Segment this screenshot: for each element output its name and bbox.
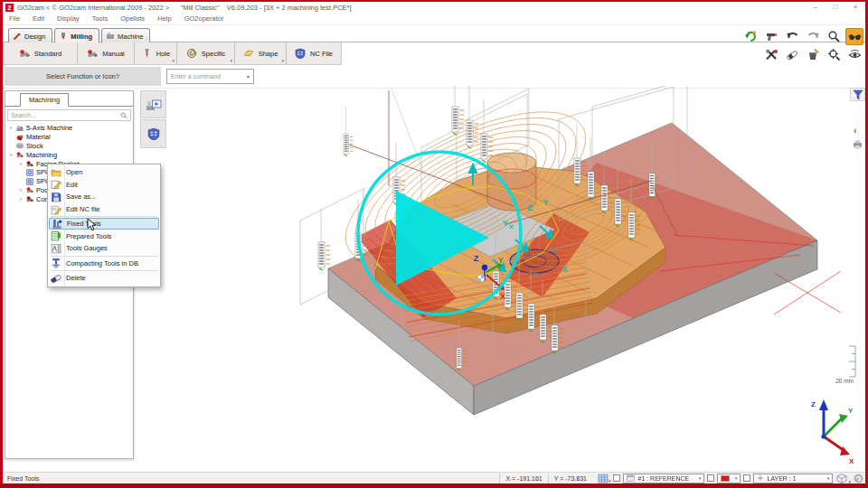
bucket-pencil-icon — [807, 48, 820, 61]
menu-item-fixed-tools[interactable]: Fixed Tools — [49, 218, 159, 230]
eye-icon — [848, 48, 862, 61]
zoom-crosshair-icon — [827, 48, 841, 61]
tree-item-stock[interactable]: Stock — [8, 142, 132, 151]
menu-item-tools-gauges[interactable]: Tools Gauges — [49, 242, 159, 255]
menu-label: Delete — [66, 274, 86, 282]
menu-help[interactable]: Help — [151, 14, 177, 23]
view-cube-button[interactable]: ▾ — [835, 473, 851, 484]
collapse-panel-chevron[interactable]: ‹ — [854, 126, 857, 136]
hole-icon — [141, 48, 152, 59]
panel-tab-label: Machining — [29, 96, 60, 104]
shape-button[interactable]: Shape ▾ — [235, 42, 287, 64]
filter-button[interactable] — [850, 88, 865, 101]
expand-icon[interactable]: › — [8, 125, 14, 131]
tree-item-machining[interactable]: ›Machining — [8, 150, 132, 159]
svg-text:Y: Y — [498, 256, 504, 265]
tab-milling[interactable]: Milling — [54, 28, 99, 42]
menu-tools[interactable]: Tools — [86, 14, 115, 23]
expand-icon[interactable]: › — [18, 161, 24, 167]
ncfile-button[interactable]: NC File — [287, 42, 341, 64]
simulation-restart-button[interactable] — [741, 28, 760, 45]
menu-item-edit[interactable]: Edit — [49, 179, 159, 192]
svg-text:X: X — [849, 457, 854, 465]
expand-icon[interactable]: › — [18, 187, 24, 193]
menu-item-delete[interactable]: Delete — [49, 272, 159, 285]
print-tool-button[interactable] — [853, 136, 863, 153]
maximize-button[interactable]: □ — [826, 3, 845, 12]
tree-item-material[interactable]: Material — [8, 133, 132, 142]
search-input[interactable]: Search... — [7, 109, 131, 121]
eraser-button[interactable] — [783, 46, 801, 63]
grid-toggle-button[interactable]: ▾ — [598, 474, 611, 483]
glasses-icon — [848, 30, 862, 43]
svg-text:Y: Y — [848, 407, 854, 415]
compact-db-icon — [51, 258, 61, 268]
menu-item-save-as[interactable]: Save as... — [49, 191, 159, 203]
delete-eraser-icon — [51, 273, 61, 284]
menu-display[interactable]: Display — [51, 14, 86, 23]
reference-icon — [627, 474, 635, 483]
command-input[interactable]: Enter a command ▾ — [166, 69, 254, 84]
specific-button[interactable]: Specific ▾ — [177, 42, 235, 64]
redo-icon — [807, 30, 820, 43]
svg-text:20 mm: 20 mm — [835, 378, 854, 384]
menu-edit[interactable]: Edit — [26, 14, 51, 23]
tab-machine[interactable]: Machine — [101, 28, 150, 42]
reference-checkbox[interactable] — [613, 474, 620, 482]
ncfile-panel-button[interactable] — [140, 119, 166, 148]
menu-item-compacting-tools[interactable]: Compacting Tools in DB — [49, 258, 159, 270]
menu-item-open[interactable]: Open — [49, 166, 159, 179]
color-checkbox[interactable] — [707, 474, 714, 482]
undo-icon — [786, 30, 799, 43]
shape-dropdown-icon[interactable]: ▾ — [281, 58, 284, 63]
standard-button[interactable]: Standard — [4, 42, 78, 64]
manual-button[interactable]: Manual — [78, 42, 135, 64]
view-mode-button[interactable] — [845, 28, 863, 45]
grid-dropdown-icon[interactable]: ▾ — [609, 478, 611, 483]
title-bar: 2 GO2cam < © GO2cam International 2009 -… — [3, 2, 865, 13]
grid-icon — [598, 474, 609, 483]
menu-item-edit-nc-file[interactable]: Edit NC file — [49, 203, 159, 216]
panel-tab-machining[interactable]: Machining — [20, 93, 69, 107]
zoom-target-button[interactable] — [825, 46, 843, 63]
close-button[interactable]: × — [845, 3, 865, 12]
minimize-button[interactable]: – — [806, 3, 826, 12]
tools-simulation-button[interactable] — [762, 46, 780, 63]
menu-opelists[interactable]: Opelists — [114, 14, 151, 23]
measure-tool-button[interactable] — [762, 28, 780, 45]
command-dropdown-icon[interactable]: ▾ — [247, 73, 250, 80]
hole-dropdown-icon[interactable]: ▾ — [172, 58, 175, 63]
hole-button[interactable]: Hole ▾ — [135, 42, 177, 64]
tab-design[interactable]: Design — [8, 28, 52, 42]
menu-file[interactable]: File — [3, 14, 26, 23]
zoom-button[interactable] — [825, 28, 843, 45]
sync-button[interactable] — [854, 474, 863, 483]
tab-machine-label: Machine — [118, 33, 143, 41]
window-title: GO2cam < © GO2cam International 2009 - 2… — [17, 4, 352, 12]
reference-select[interactable]: #1 : REFERENCE ▾ — [623, 474, 704, 483]
hole-label: Hole — [156, 50, 170, 58]
expand-icon[interactable]: › — [18, 196, 24, 202]
command-placeholder: Enter a command — [171, 73, 221, 80]
color-select[interactable]: ▾ — [717, 474, 741, 483]
color-swatch — [721, 475, 730, 482]
material-removal-button[interactable] — [804, 46, 822, 63]
specific-icon — [186, 48, 197, 59]
scale-ruler: 20 mm — [835, 346, 855, 384]
svg-text:×: × — [533, 270, 538, 279]
simulation-panel-button[interactable] — [140, 90, 166, 118]
redo-button[interactable] — [804, 28, 822, 45]
save-floppy-icon — [51, 192, 61, 202]
dynamic-view-button[interactable] — [845, 46, 863, 63]
menu-item-prepared-tools[interactable]: Prepared Tools — [49, 230, 159, 242]
layer-select[interactable]: LAYER : 1 ▾ — [753, 474, 833, 483]
world-axis-triad: Z Y X — [811, 399, 854, 465]
nc-shield-icon — [147, 127, 160, 140]
specific-dropdown-icon[interactable]: ▾ — [230, 58, 232, 63]
tree-label: 5-Axis Machine — [26, 124, 72, 132]
layer-checkbox[interactable] — [743, 474, 750, 482]
menu-go2operator[interactable]: GO2operator — [178, 14, 231, 23]
undo-button[interactable] — [783, 28, 801, 45]
collapse-icon[interactable]: › — [8, 152, 14, 157]
tree-item-5axis-machine[interactable]: ›5-Axis Machine — [8, 124, 132, 133]
